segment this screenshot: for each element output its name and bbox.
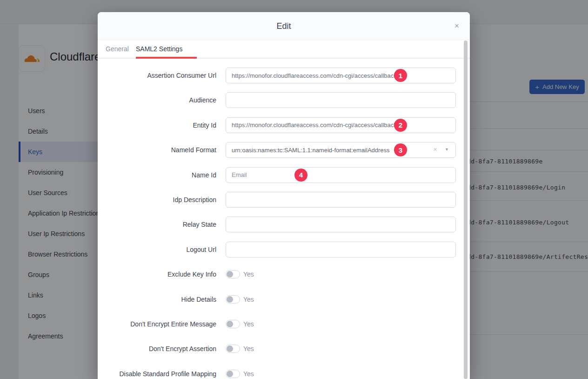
entity-id-input[interactable]	[226, 117, 456, 133]
field-label: Disable Standard Profile Mapping	[98, 370, 216, 378]
modal-title: Edit	[98, 12, 470, 40]
caret-down-icon[interactable]: ▼	[445, 148, 449, 152]
field-label: Audience	[98, 96, 216, 104]
annotation-badge-3: 3	[394, 143, 407, 156]
toggle-knob	[227, 371, 233, 377]
relay-state-input[interactable]	[226, 217, 456, 232]
toggle-state-label: Yes	[243, 370, 254, 378]
modal-tabs: General SAML2 Settings	[98, 40, 470, 59]
exclude-key-info-toggle[interactable]	[226, 270, 240, 278]
audience-input[interactable]	[226, 92, 456, 108]
modal-header: Edit ×	[98, 12, 470, 40]
hide-details-toggle[interactable]	[226, 295, 240, 304]
field-label: Don't Encrypt Assertion	[98, 345, 216, 352]
modal-scrollbar-thumb[interactable]	[464, 41, 468, 379]
toggle-knob	[227, 296, 233, 303]
idp-description-input[interactable]	[226, 192, 456, 208]
field-label: Assertion Consumer Url	[98, 72, 216, 79]
annotation-badge-2: 2	[394, 119, 407, 132]
disable-standard-profile-mapping-toggle[interactable]	[226, 370, 240, 378]
nameid-format-select[interactable]: urn:oasis:names:tc:SAML:1.1:nameid-forma…	[226, 142, 456, 158]
field-label: Exclude Key Info	[98, 271, 216, 278]
field-label: NameId Format	[98, 146, 216, 154]
toggle-knob	[227, 321, 233, 327]
field-label: Entity Id	[98, 122, 216, 129]
name-id-input[interactable]	[226, 167, 456, 183]
dont-encrypt-entire-message-toggle[interactable]	[226, 320, 240, 328]
field-label: Relay State	[98, 221, 216, 228]
dont-encrypt-assertion-toggle[interactable]	[226, 345, 240, 353]
field-label: Logout Url	[98, 246, 216, 253]
toggle-knob	[227, 345, 233, 352]
toggle-state-label: Yes	[243, 345, 254, 352]
tab-saml2-settings[interactable]: SAML2 Settings	[136, 40, 182, 58]
annotation-badge-4: 4	[294, 169, 307, 182]
field-label: Hide Details	[98, 296, 216, 303]
field-label: Idp Description	[98, 196, 216, 203]
active-tab-indicator	[136, 57, 197, 59]
tab-general[interactable]: General	[106, 40, 129, 58]
field-label: Name Id	[98, 171, 216, 179]
edit-modal: Edit × General SAML2 Settings Assertion …	[98, 12, 470, 379]
toggle-state-label: Yes	[243, 320, 254, 328]
field-label: Don't Encrypt Entire Message	[98, 320, 216, 328]
annotation-badge-1: 1	[394, 69, 407, 82]
toggle-state-label: Yes	[243, 271, 254, 278]
toggle-state-label: Yes	[243, 296, 254, 303]
clear-icon[interactable]: ×	[433, 146, 437, 153]
modal-body: Assertion Consumer Url 1 Audience Entity…	[98, 60, 470, 379]
logout-url-input[interactable]	[226, 242, 456, 257]
nameid-format-value: urn:oasis:names:tc:SAML:1.1:nameid-forma…	[232, 147, 390, 154]
assertion-consumer-url-input[interactable]	[226, 68, 456, 83]
close-icon[interactable]: ×	[451, 20, 462, 32]
toggle-knob	[227, 271, 233, 277]
